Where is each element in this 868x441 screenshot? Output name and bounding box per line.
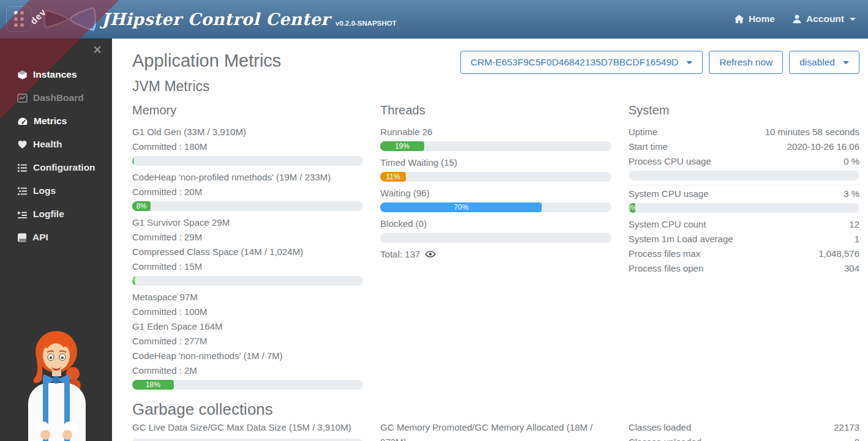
sidebar-nav: Instances DashBoard Metrics (0, 63, 112, 249)
navbar-links: Home Account (734, 13, 856, 24)
thread-state-label: Runnable 26 (380, 125, 611, 139)
system-row: Process CPU usage 0 % (629, 154, 859, 169)
memory-item-committed: Committed : 29M (132, 230, 363, 245)
system-cpu-progressbar: 3% (629, 203, 859, 213)
cube-icon (17, 70, 28, 80)
sidebar-item-label: Metrics (34, 116, 67, 127)
system-row: Process files max 1,048,576 (629, 246, 859, 261)
caret-down-icon (850, 18, 856, 21)
system-row: System 1m Load average 1 (629, 232, 859, 246)
memory-item-committed: Committed : 100M (132, 305, 363, 319)
caret-down-icon (843, 61, 849, 64)
system-row: System CPU usage 3 % (629, 187, 859, 201)
bowtie-logo-icon (42, 4, 98, 34)
sidebar-item-logs[interactable]: Logs (0, 179, 112, 202)
gc-item-title: GC Memory Promoted/GC Memory Allocated (… (380, 420, 611, 441)
process-cpu-progressbar (629, 171, 859, 180)
classes-row: Classes loaded 22173 (629, 420, 859, 435)
grid-dots-icon (14, 11, 24, 27)
refresh-now-label: Refresh now (719, 57, 773, 68)
tasks-icon (17, 186, 28, 196)
sidebar: ✕ Instances DashBoard (0, 39, 112, 441)
main-content: Application Metrics CRM-E653F9C5F0D46842… (112, 39, 868, 441)
refresh-rate-label: disabled (799, 57, 835, 68)
line-chart-icon (17, 93, 28, 103)
memory-item-title: Compressed Class Space (14M / 1,024M) (132, 245, 363, 259)
thread-details-button[interactable] (425, 249, 436, 259)
system-row: Start time 2020-10-26 16:06 (629, 139, 859, 154)
system-row: Uptime 10 minutes 58 seconds (629, 125, 859, 139)
memory-heading: Memory (132, 103, 363, 117)
memory-progressbar: 1% (132, 156, 363, 166)
brand-version: v0.2.0-SNAPSHOT (335, 20, 397, 27)
caret-down-icon (686, 61, 692, 64)
sidebar-item-logfile[interactable]: Logfile (0, 202, 112, 226)
book-icon (17, 232, 27, 243)
memory-progressbar: 1% (132, 276, 363, 286)
system-row: Process files open 304 (629, 261, 859, 276)
gc-item: GC Memory Promoted/GC Memory Allocated (… (380, 420, 611, 441)
thread-progressbar (380, 233, 611, 243)
memory-item-committed: Committed : 180M (132, 139, 363, 154)
sidebar-close-button[interactable]: ✕ (92, 43, 102, 56)
sidebar-item-api[interactable]: API (0, 226, 112, 249)
brand-title: JHipster Control Center (102, 10, 330, 29)
sidebar-item-dashboard[interactable]: DashBoard (0, 86, 112, 109)
eye-icon (425, 249, 436, 259)
page-title: Application Metrics (132, 51, 281, 71)
stream-icon (17, 209, 28, 220)
list-icon (17, 163, 28, 173)
top-navbar: JHipster Control Center v0.2.0-SNAPSHOT … (0, 0, 868, 39)
gc-heading: Garbage collections (132, 400, 859, 419)
thread-progressbar: 70% (380, 202, 611, 212)
memory-item-title: Metaspace 97M (132, 290, 363, 305)
memory-item-title: G1 Old Gen (33M / 3,910M) (132, 125, 363, 139)
jvm-metrics-heading: JVM Metrics (132, 78, 859, 95)
memory-item-title: G1 Survivor Space 29M (132, 215, 363, 230)
heart-icon (17, 139, 28, 149)
sidebar-item-configuration[interactable]: Configuration (0, 156, 112, 179)
memory-item-title: CodeHeap 'non-nmethods' (1M / 7M) (132, 349, 363, 363)
sidebar-item-label: Logs (33, 185, 56, 196)
thread-progressbar: 19% (380, 141, 611, 151)
instance-dropdown-label: CRM-E653F9C5F0D46842135D7BBCDF16549D (471, 57, 678, 68)
home-link[interactable]: Home (734, 13, 775, 24)
system-panel: System Uptime 10 minutes 58 seconds Star… (629, 95, 859, 394)
memory-item-committed: Committed : 15M (132, 259, 363, 274)
instance-dropdown[interactable]: CRM-E653F9C5F0D46842135D7BBCDF16549D (460, 51, 703, 74)
refresh-rate-dropdown[interactable]: disabled (789, 51, 859, 74)
apps-grid-button[interactable] (6, 6, 32, 32)
sidebar-item-label: Instances (33, 69, 77, 80)
app-window: JHipster Control Center v0.2.0-SNAPSHOT … (0, 0, 868, 441)
user-icon (792, 14, 802, 24)
threads-panel: Threads Runnable 26 19% Timed Waiting (1… (380, 95, 611, 394)
home-icon (734, 14, 744, 24)
gauge-icon (17, 116, 28, 127)
sidebar-item-label: Configuration (33, 162, 95, 173)
sidebar-item-label: DashBoard (33, 92, 84, 103)
thread-state-label: Blocked (0) (380, 217, 611, 231)
memory-item-title: G1 Eden Space 164M (132, 319, 363, 334)
memory-panel: Memory G1 Old Gen (33M / 3,910M) Committ… (132, 95, 363, 394)
brand-link[interactable]: JHipster Control Center v0.2.0-SNAPSHOT (42, 4, 397, 34)
sidebar-item-label: API (32, 232, 48, 243)
sidebar-item-metrics[interactable]: Metrics (0, 109, 112, 133)
thread-state-label: Timed Waiting (15) (380, 155, 611, 170)
sidebar-item-health[interactable]: Health (0, 133, 112, 156)
system-divider (629, 185, 859, 185)
jhipster-girl-mascot (11, 325, 103, 441)
system-heading: System (629, 103, 859, 117)
sidebar-item-instances[interactable]: Instances (0, 63, 112, 86)
refresh-now-button[interactable]: Refresh now (709, 51, 783, 74)
memory-item-committed: Committed : 20M (132, 185, 363, 199)
account-menu[interactable]: Account (792, 13, 856, 24)
metrics-controls: CRM-E653F9C5F0D46842135D7BBCDF16549D Ref… (460, 51, 859, 74)
account-label: Account (806, 13, 844, 24)
gc-item-title: GC Live Data Size/GC Max Data Size (15M … (132, 420, 363, 435)
memory-item-committed: Committed : 277M (132, 334, 363, 349)
memory-item-title: CodeHeap 'non-profiled nmethods' (19M / … (132, 170, 363, 185)
thread-state-label: Waiting (96) (380, 186, 611, 201)
classes-row: Classes unloaded 0 (629, 435, 859, 441)
threads-heading: Threads (380, 103, 611, 117)
sidebar-item-label: Logfile (33, 209, 64, 220)
